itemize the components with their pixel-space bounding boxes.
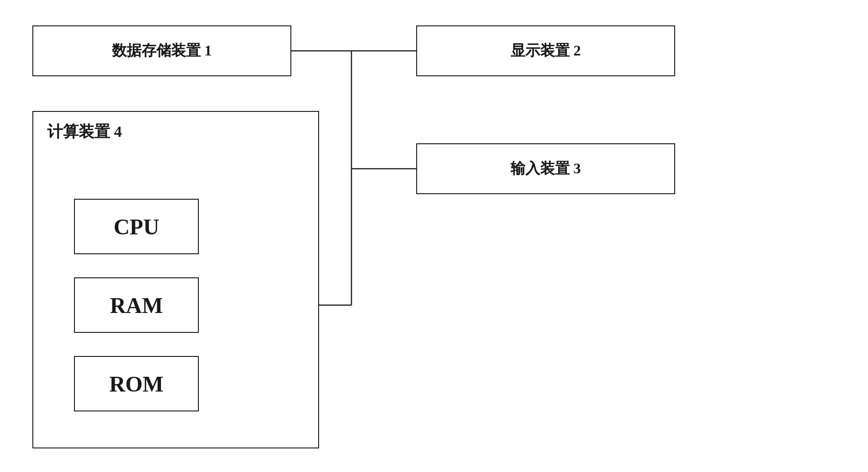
rom-label: ROM xyxy=(109,371,163,397)
cpu-label: CPU xyxy=(114,214,160,239)
display-box: 显示装置 2 xyxy=(416,25,675,76)
diagram-container: 数据存储装置 1 显示装置 2 输入装置 3 计算装置 4 CPU RAM RO… xyxy=(0,0,868,472)
ram-label: RAM xyxy=(110,293,163,318)
data-storage-box: 数据存储装置 1 xyxy=(32,25,291,76)
ram-box: RAM xyxy=(74,277,199,333)
input-box: 输入装置 3 xyxy=(416,143,675,194)
rom-box: ROM xyxy=(74,356,199,411)
input-label: 输入装置 3 xyxy=(511,159,581,179)
cpu-box: CPU xyxy=(74,199,199,254)
display-label: 显示装置 2 xyxy=(511,41,581,61)
computing-label: 计算装置 4 xyxy=(47,121,122,142)
data-storage-label: 数据存储装置 1 xyxy=(112,41,212,61)
